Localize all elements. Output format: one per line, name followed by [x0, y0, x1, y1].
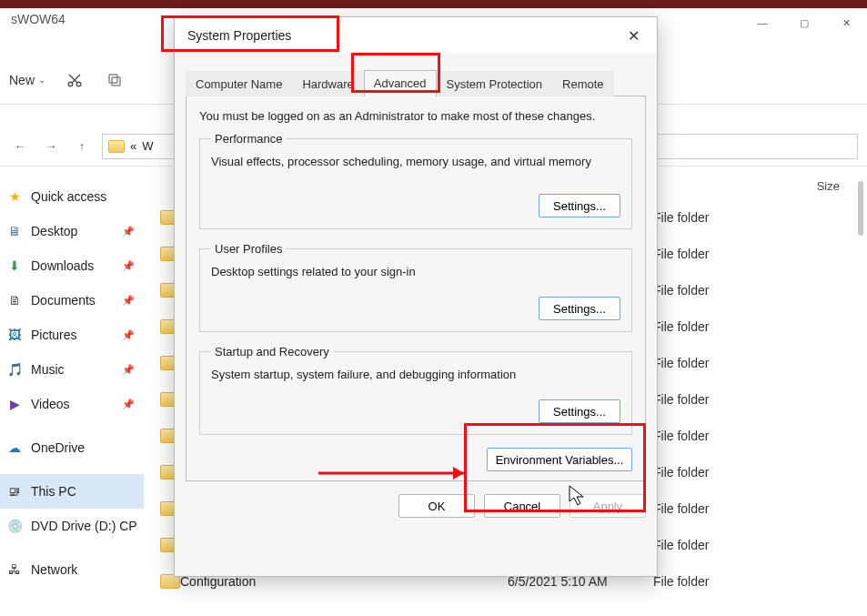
- sidebar-item-label: OneDrive: [31, 440, 85, 455]
- sidebar-item-quick-access[interactable]: ★ Quick access: [0, 179, 144, 214]
- user-profiles-legend: User Profiles: [211, 242, 286, 256]
- dialog-body: Computer Name Hardware Advanced System P…: [175, 54, 657, 576]
- nav-back-icon[interactable]: ←: [9, 136, 31, 157]
- addr-fragment: W: [142, 139, 153, 153]
- video-icon: ▶: [5, 395, 24, 413]
- download-icon: ⬇: [5, 257, 24, 275]
- nav-up-icon[interactable]: ↑: [71, 136, 93, 157]
- sidebar-item-label: Network: [31, 562, 77, 577]
- file-type: File folder: [653, 574, 762, 589]
- cut-icon[interactable]: [64, 69, 86, 91]
- sidebar-item-documents[interactable]: 🗎 Documents 📌: [0, 283, 144, 318]
- addr-prefix: «: [130, 139, 136, 153]
- file-type: File folder: [653, 538, 762, 552]
- performance-desc: Visual effects, processor scheduling, me…: [211, 155, 620, 168]
- explorer-title-fragment: sWOW64: [11, 12, 66, 26]
- sidebar-item-onedrive[interactable]: ☁ OneDrive: [0, 430, 144, 465]
- environment-variables-button[interactable]: Environment Variables...: [487, 448, 632, 471]
- pin-icon: 📌: [122, 329, 135, 341]
- picture-icon: 🖼: [5, 326, 24, 344]
- nav-forward-icon[interactable]: →: [40, 136, 62, 157]
- network-icon: 🖧: [5, 560, 24, 579]
- apply-button: Apply: [570, 494, 646, 518]
- tab-strip: Computer Name Hardware Advanced System P…: [186, 63, 646, 96]
- user-profiles-desc: Desktop settings related to your sign-in: [211, 265, 620, 278]
- ok-button[interactable]: OK: [398, 494, 475, 518]
- advanced-panel: You must be logged on as an Administrato…: [186, 96, 646, 481]
- admin-note: You must be logged on as an Administrato…: [199, 109, 632, 123]
- star-icon: ★: [5, 187, 24, 206]
- cancel-button[interactable]: Cancel: [484, 494, 560, 518]
- startup-recovery-legend: Startup and Recovery: [211, 345, 333, 358]
- sidebar-item-this-pc[interactable]: 🖳 This PC: [0, 474, 144, 509]
- pin-icon: 📌: [122, 226, 135, 237]
- chevron-down-icon: ⌄: [38, 75, 45, 85]
- svg-rect-2: [112, 77, 120, 86]
- sidebar-item-label: Documents: [31, 293, 96, 308]
- sidebar-item-label: Desktop: [31, 224, 77, 238]
- sidebar-item-label: DVD Drive (D:) CPRA: [31, 519, 138, 533]
- tab-advanced[interactable]: Advanced: [364, 70, 437, 96]
- close-icon[interactable]: ✕: [622, 27, 644, 45]
- tab-remote[interactable]: Remote: [552, 71, 614, 96]
- performance-legend: Performance: [211, 132, 286, 146]
- dialog-titlebar[interactable]: System Properties ✕: [175, 17, 657, 54]
- tab-hardware[interactable]: Hardware: [292, 71, 363, 96]
- maximize-button[interactable]: ▢: [783, 8, 825, 37]
- sidebar-item-label: Videos: [31, 397, 70, 411]
- window-controls: — ▢ ✕: [741, 8, 867, 37]
- svg-rect-3: [109, 75, 117, 83]
- pin-icon: 📌: [122, 364, 135, 376]
- pin-icon: 📌: [122, 399, 135, 410]
- folder-icon: [108, 140, 125, 153]
- file-type: File folder: [653, 283, 762, 298]
- minimize-button[interactable]: —: [741, 8, 783, 37]
- dvd-icon: 💿: [5, 517, 24, 535]
- new-menu[interactable]: New ⌄: [9, 73, 45, 87]
- system-properties-dialog: System Properties ✕ Computer Name Hardwa…: [174, 16, 658, 577]
- dialog-buttons: OK Cancel Apply: [186, 481, 646, 521]
- close-button[interactable]: ✕: [825, 8, 867, 37]
- sidebar-item-label: This PC: [31, 484, 76, 499]
- scrollbar-thumb[interactable]: [858, 181, 863, 236]
- sidebar-item-label: Quick access: [31, 189, 106, 204]
- doc-icon: 🗎: [5, 291, 24, 309]
- pc-icon: 🖳: [5, 482, 24, 500]
- dialog-title: System Properties: [187, 28, 291, 43]
- performance-settings-button[interactable]: Settings...: [539, 194, 620, 217]
- sidebar-item-desktop[interactable]: 🖥 Desktop 📌: [0, 214, 144, 248]
- user-profiles-settings-button[interactable]: Settings...: [539, 297, 620, 320]
- pin-icon: 📌: [122, 295, 135, 307]
- pin-icon: 📌: [122, 260, 135, 272]
- sidebar-item-videos[interactable]: ▶ Videos 📌: [0, 387, 144, 421]
- tab-computer-name[interactable]: Computer Name: [186, 71, 292, 96]
- sidebar-item-network[interactable]: 🖧 Network: [0, 552, 144, 587]
- startup-recovery-desc: System startup, system failure, and debu…: [211, 368, 620, 381]
- tab-system-protection[interactable]: System Protection: [437, 71, 553, 96]
- sidebar-item-label: Music: [31, 362, 65, 377]
- cloud-icon: ☁: [5, 439, 24, 457]
- file-type: File folder: [653, 356, 762, 370]
- sidebar-item-music[interactable]: 🎵 Music 📌: [0, 352, 144, 387]
- sidebar: ★ Quick access 🖥 Desktop 📌 ⬇ Downloads 📌…: [0, 172, 144, 616]
- file-type: File folder: [653, 465, 762, 480]
- app-titlebar-strip: [0, 0, 867, 8]
- user-profiles-group: User Profiles Desktop settings related t…: [199, 242, 632, 332]
- sidebar-item-downloads[interactable]: ⬇ Downloads 📌: [0, 248, 144, 283]
- startup-recovery-group: Startup and Recovery System startup, sys…: [199, 345, 632, 435]
- music-icon: 🎵: [5, 360, 24, 379]
- file-type: File folder: [653, 392, 762, 407]
- startup-recovery-settings-button[interactable]: Settings...: [539, 399, 620, 423]
- file-type: File folder: [653, 501, 762, 516]
- performance-group: Performance Visual effects, processor sc…: [199, 132, 632, 229]
- file-type: File folder: [653, 429, 762, 443]
- copy-icon[interactable]: [104, 69, 126, 91]
- sidebar-item-pictures[interactable]: 🖼 Pictures 📌: [0, 318, 144, 352]
- file-type: File folder: [653, 210, 762, 225]
- new-menu-label: New: [9, 73, 35, 87]
- sidebar-item-dvd-drive[interactable]: 💿 DVD Drive (D:) CPRA: [0, 509, 144, 543]
- file-type: File folder: [653, 319, 762, 334]
- sidebar-item-label: Pictures: [31, 328, 77, 342]
- sidebar-item-label: Downloads: [31, 258, 94, 273]
- desktop-icon: 🖥: [5, 222, 24, 240]
